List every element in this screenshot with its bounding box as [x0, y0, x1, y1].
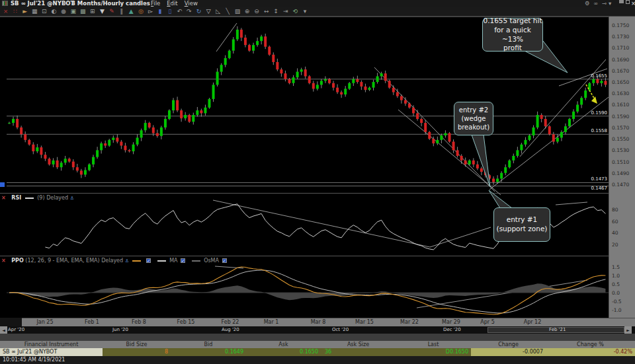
scrollbar-right-arrow-icon[interactable]: ► — [624, 326, 632, 334]
redo-icon[interactable]: ↷ — [185, 7, 193, 15]
qp-column-header-financial-instrument[interactable]: Financial Instrument — [0, 341, 103, 348]
ppo-label: PPO — [11, 258, 24, 264]
projection-arrow[interactable] — [586, 85, 597, 104]
date-axis-label: Feb 1 — [85, 319, 99, 325]
ma-checkbox[interactable]: ✓ — [181, 258, 185, 263]
price-axis-label: 0.1530 — [612, 147, 629, 153]
app-icon — [2, 1, 8, 6]
cursor-icon[interactable]: ► — [21, 7, 29, 15]
ppo-anchor-icon[interactable]: ⚓ — [125, 258, 129, 264]
draw-pencil-icon[interactable]: ✎ — [108, 7, 116, 15]
circle-icon[interactable]: ● — [60, 7, 68, 15]
date-axis-label: Mar 8 — [311, 319, 326, 325]
pointer-small-icon[interactable]: ▻ — [146, 7, 155, 15]
scrollbar-left-arrow-icon[interactable]: ◄ — [0, 326, 7, 334]
funnel-icon[interactable]: ▽ — [204, 7, 213, 15]
globe-icon[interactable]: ◐ — [50, 7, 58, 15]
filter-down-icon[interactable]: ▼ — [98, 7, 106, 15]
annotation-entry2[interactable]: entry #2 (wedge breakout) — [454, 102, 493, 135]
annotation-target-text: 0.1655 target hit for a quick ~13% profi… — [483, 17, 542, 53]
price-axis-label: 0.1730 — [612, 34, 629, 40]
date-axis-notch — [0, 318, 22, 326]
rsi-axis-label: 80 — [612, 207, 618, 213]
pin-dropdown-icon[interactable]: ▾ — [609, 0, 611, 7]
dropdown-icon[interactable]: ▾ — [301, 7, 310, 15]
rsi-anchor-icon[interactable]: ⚓ — [70, 196, 74, 201]
undo-icon[interactable]: ↶ — [175, 7, 184, 15]
maximize-icon[interactable] — [626, 0, 630, 4]
qp-column-header-change[interactable]: Change — [471, 341, 546, 348]
date-axis-label: Jan 25 — [36, 319, 53, 325]
menu-view[interactable]: View — [185, 0, 198, 7]
ppo-axis-label: 0.0 — [612, 290, 620, 296]
ppo-close-icon[interactable]: × — [1, 258, 6, 264]
box-blue2-icon[interactable]: ▯ — [165, 7, 174, 15]
qp-column-header-ask-size[interactable]: Ask Size — [321, 341, 396, 348]
minimize-icon[interactable] — [619, 0, 624, 3]
qp-column-header-bid[interactable]: Bid — [171, 341, 246, 348]
quote-instrument-cell[interactable]: SB ∞ Jul'21 @NYBOT — [0, 348, 103, 356]
layers-icon[interactable]: ⊡ — [40, 7, 48, 15]
rsi-axis-label: 20 — [612, 242, 618, 248]
annotation-entry1[interactable]: entry #1 (support zone) — [493, 207, 550, 242]
refresh-icon[interactable]: ↻ — [194, 7, 203, 15]
rsi-line-sample — [25, 198, 34, 199]
indicators-icon[interactable]: ‖ — [117, 7, 126, 15]
ppo-axis-label: 1.5 — [612, 264, 620, 270]
quote-change-cell: -0.0007 — [471, 348, 546, 356]
symbol-dropdown-icon[interactable]: ▾ — [64, 0, 66, 7]
grid-icon[interactable]: ▦ — [30, 7, 39, 15]
support-resistance-lines[interactable] — [7, 79, 609, 186]
ruler-icon[interactable]: ◺ — [214, 7, 222, 15]
osma-checkbox[interactable]: ✓ — [222, 258, 227, 263]
qp-column-header-bid-size[interactable]: Bid Size — [103, 341, 171, 348]
image-icon[interactable]: ▣ — [69, 7, 77, 15]
date-axis-label: Apr 5 — [480, 319, 494, 325]
zoom-in-icon[interactable]: ⊕ — [243, 7, 251, 15]
rsi-close-icon[interactable]: × — [1, 195, 6, 201]
level-label-0.1558: 0.1558 — [591, 128, 608, 133]
price-axis-label: 0.1690 — [612, 57, 629, 63]
expand-v-icon[interactable]: ↕ — [272, 7, 280, 15]
zoom-out-icon[interactable]: ⊖ — [253, 7, 261, 15]
panels-icon[interactable]: ⊞ — [88, 7, 97, 15]
rsi-axis-label: 60 — [612, 219, 618, 225]
scrollbar-date-label: Oct '20 — [332, 327, 349, 332]
expand-h-icon[interactable]: ↔ — [262, 7, 271, 15]
overlay-icon[interactable]: ▲ — [127, 7, 136, 15]
scrollbar-date-label: Aug '20 — [222, 327, 239, 332]
timeframe-dropdown-icon[interactable]: ▾ — [143, 0, 146, 7]
chart-image-icon[interactable]: ▩ — [79, 7, 87, 15]
box-blue-icon[interactable]: ▮ — [156, 7, 165, 15]
qp-column-header-last[interactable]: Last — [396, 341, 471, 348]
menu-file[interactable]: File — [151, 0, 160, 7]
qp-column-header-ask[interactable]: Ask — [246, 341, 321, 348]
tools-icon[interactable]: ⟲ — [291, 7, 300, 15]
annotation-target-hit[interactable]: 0.1655 target hit for a quick ~13% profi… — [482, 18, 543, 52]
price-axis-label: 0.1710 — [612, 45, 629, 51]
ppo-checkbox[interactable]: ✓ — [146, 258, 151, 263]
price-axis-label: 0.1490 — [612, 170, 629, 176]
timeframe-selector[interactable]: 3 Months/Hourly candles — [71, 0, 150, 7]
ma-label: MA — [169, 258, 177, 264]
pin-icon[interactable]: ⊸ — [602, 0, 607, 7]
trendlines[interactable] — [213, 23, 609, 308]
link-icon[interactable]: ∞ — [593, 0, 598, 7]
price-axis-label: 0.1670 — [612, 68, 629, 74]
grid-snap-icon[interactable]: ∷ — [11, 7, 20, 15]
target-icon[interactable]: ◎ — [136, 7, 145, 15]
qp-column-header-change-[interactable]: Change % — [546, 341, 635, 348]
trendline-icon[interactable]: ╲ — [224, 7, 232, 15]
multiline-icon[interactable]: ▨ — [233, 7, 241, 15]
price-axis-label: 0.1550 — [612, 136, 629, 142]
quote-row[interactable]: SB ∞ Jul'21 @NYBOT 8 0.1649 0.1650 36 D0… — [0, 348, 635, 356]
chart-canvas[interactable] — [0, 0, 635, 364]
menu-edit[interactable]: Edit — [167, 0, 177, 7]
quote-last-cell: D0.1650 — [396, 348, 471, 356]
price-axis-label: 0.1570 — [612, 125, 629, 131]
candle-width-icon[interactable]: ⇥ — [281, 7, 290, 15]
settings-gear-icon[interactable]: ⚙ — [585, 0, 590, 7]
ppo-axis-label: 1.0 — [612, 273, 620, 279]
close-window-icon[interactable]: × — [631, 0, 635, 7]
close-small-icon[interactable]: × — [1, 7, 10, 15]
